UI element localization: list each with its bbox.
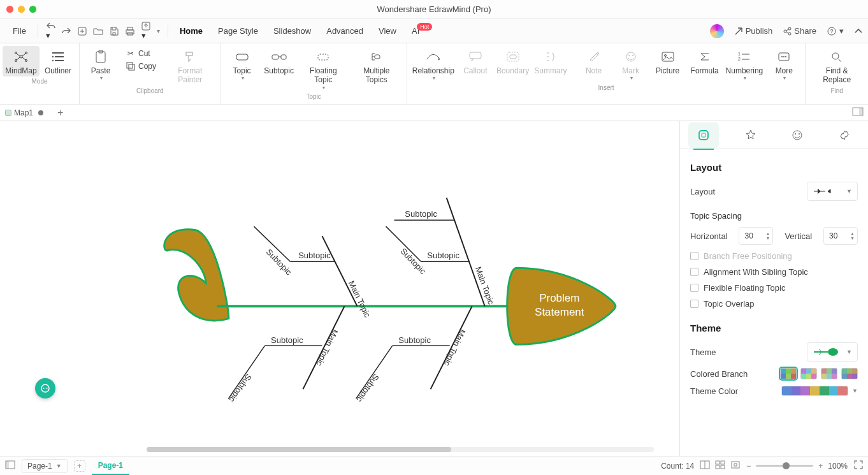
svg-rect-79 xyxy=(6,461,9,469)
swatch-4[interactable] xyxy=(841,368,858,379)
swatch-2[interactable] xyxy=(800,368,817,379)
copy-button[interactable]: Copy xyxy=(122,60,160,73)
formula-button[interactable]: Formula xyxy=(686,46,723,77)
tab-page-style[interactable]: Page Style xyxy=(210,22,266,40)
bone-upper-2[interactable]: Main Topic Subtopic Subtopic Subtopic xyxy=(386,198,496,306)
outliner-button[interactable]: Outliner xyxy=(40,46,76,77)
subtopic-button[interactable]: Subtopic xyxy=(261,46,298,77)
outliner-icon xyxy=(51,50,65,64)
tab-view[interactable]: View xyxy=(371,22,404,40)
print-icon[interactable] xyxy=(125,27,135,36)
flex-float-checkbox[interactable]: Flexible Floating Topic xyxy=(690,283,858,293)
multiple-topics-button[interactable]: Multiple Topics xyxy=(349,46,404,86)
theme-color-strip[interactable] xyxy=(781,386,848,396)
tab-advanced[interactable]: Advanced xyxy=(319,22,371,40)
vertical-input[interactable]: 30▲▼ xyxy=(823,227,858,245)
maximize-window-icon[interactable] xyxy=(29,6,36,13)
svg-point-38 xyxy=(783,56,785,57)
overlap-checkbox[interactable]: Topic Overlap xyxy=(690,299,858,309)
numbering-button[interactable]: 12Numbering xyxy=(723,46,766,83)
svg-rect-19 xyxy=(127,62,133,68)
align-sibling-checkbox[interactable]: Alignment With Sibling Topic xyxy=(690,267,858,277)
svg-text:Main Topic: Main Topic xyxy=(442,328,468,368)
fit-view-icon[interactable] xyxy=(731,461,740,471)
layout-select[interactable]: ▼ xyxy=(807,182,858,201)
tab-close-icon[interactable] xyxy=(38,110,43,115)
floating-topic-button[interactable]: Floating Topic xyxy=(298,46,349,92)
svg-rect-86 xyxy=(732,462,739,468)
more-button[interactable]: More xyxy=(765,46,802,83)
zoom-in-button[interactable]: + xyxy=(818,462,823,471)
head-text-2: Statement xyxy=(535,307,584,319)
zoom-out-button[interactable]: − xyxy=(746,462,751,471)
cut-button[interactable]: ✂Cut xyxy=(122,47,160,60)
more-icon xyxy=(778,50,790,64)
file-menu[interactable]: File xyxy=(5,22,34,40)
group-clipboard: Paste ✂Cut Copy Format Painter Clipboard xyxy=(80,43,221,104)
grid-view-icon[interactable] xyxy=(716,461,725,471)
user-avatar[interactable] xyxy=(710,24,724,38)
mindmap-button[interactable]: MindMap xyxy=(3,46,40,77)
format-painter-button[interactable]: Format Painter xyxy=(163,46,218,86)
export-icon[interactable]: ▾ xyxy=(141,22,150,40)
minimize-window-icon[interactable] xyxy=(18,6,25,13)
zoom-slider[interactable] xyxy=(756,465,813,467)
summary-icon xyxy=(544,50,557,64)
new-icon[interactable] xyxy=(78,27,87,36)
panel-tab-settings[interactable] xyxy=(829,122,860,148)
tab-slideshow[interactable]: Slideshow xyxy=(266,22,319,40)
swatch-3[interactable] xyxy=(821,368,837,379)
bone-lower-1[interactable]: Main Topic Subtopic Subtopic xyxy=(227,307,344,405)
layout-heading: Layout xyxy=(690,162,858,173)
panel-tab-icon[interactable] xyxy=(782,122,813,148)
share-button[interactable]: Share xyxy=(783,26,816,36)
chat-fab[interactable] xyxy=(35,378,55,398)
open-icon[interactable] xyxy=(93,27,103,36)
more-quickaccess-icon[interactable]: ▾ xyxy=(157,27,160,34)
canvas[interactable]: Problem Statement Main Topic Subtopic Su… xyxy=(0,121,679,456)
help-button[interactable]: ?▾ xyxy=(827,26,844,36)
svg-point-70 xyxy=(43,388,45,389)
tab-ai[interactable]: AIHot xyxy=(404,22,442,40)
collapse-ribbon-icon[interactable] xyxy=(854,28,863,34)
doc-tab-map1[interactable]: Map1 xyxy=(0,108,52,117)
relationship-button[interactable]: Relationship xyxy=(410,46,457,83)
fullscreen-icon[interactable] xyxy=(854,460,863,471)
topic-button[interactable]: Topic xyxy=(224,46,261,83)
copy-icon xyxy=(126,62,136,71)
svg-text:Subtopic: Subtopic xyxy=(405,210,437,219)
horizontal-scrollbar[interactable] xyxy=(147,447,654,452)
picture-button[interactable]: Picture xyxy=(649,46,686,77)
panel-tab-layout[interactable] xyxy=(688,122,719,148)
close-window-icon[interactable] xyxy=(6,6,13,13)
add-tab-button[interactable]: + xyxy=(57,108,63,118)
callout-button[interactable]: Callout xyxy=(457,46,494,77)
undo-icon[interactable]: ▾ xyxy=(46,22,56,40)
pages-panel-icon[interactable] xyxy=(5,460,15,471)
panel-tab-style[interactable] xyxy=(735,122,766,148)
note-button[interactable]: Note xyxy=(575,46,612,77)
add-page-button[interactable]: + xyxy=(74,460,85,472)
summary-button[interactable]: Summary xyxy=(532,46,569,77)
vertical-label: Vertical xyxy=(785,231,812,241)
save-icon[interactable] xyxy=(110,27,119,36)
horizontal-input[interactable]: 30▲▼ xyxy=(739,227,773,245)
svg-text:?: ? xyxy=(830,28,833,34)
find-replace-button[interactable]: Find & Replace xyxy=(808,46,865,86)
theme-select[interactable]: ▼ xyxy=(807,342,858,362)
page-tab[interactable]: Page-1 xyxy=(92,457,129,475)
callout-icon xyxy=(468,50,482,64)
publish-button[interactable]: Publish xyxy=(734,26,773,36)
paste-button[interactable]: Paste xyxy=(82,46,119,83)
panel-split-icon[interactable] xyxy=(853,108,863,117)
theme-color-dropdown-icon[interactable]: ▼ xyxy=(852,388,858,394)
tab-home[interactable]: Home xyxy=(172,22,210,40)
page-selector[interactable]: Page-1▼ xyxy=(22,459,68,473)
bone-lower-2[interactable]: Main Topic Subtopic Subtopic xyxy=(354,307,472,405)
mark-button[interactable]: Mark xyxy=(612,46,649,83)
outline-view-icon[interactable] xyxy=(700,461,709,471)
fishbone-layout-icon xyxy=(813,187,832,196)
redo-icon[interactable] xyxy=(62,27,71,36)
boundary-button[interactable]: Boundary xyxy=(494,46,532,77)
swatch-1[interactable] xyxy=(780,368,797,379)
